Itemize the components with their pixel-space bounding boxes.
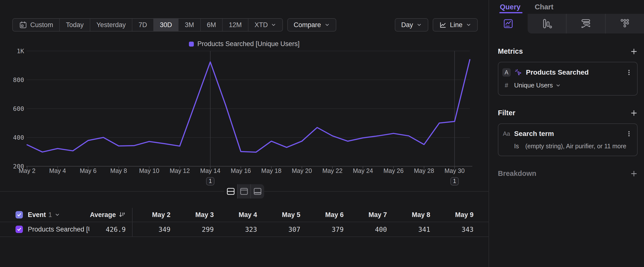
date-range-30d[interactable]: 30D <box>154 19 179 31</box>
filter-values[interactable]: (empty string), Air purifier, or 11 more <box>525 143 626 150</box>
date-value-cell: 379 <box>306 222 349 236</box>
add-filter-button[interactable] <box>630 109 638 117</box>
date-range-segmented-control: CustomTodayYesterday7D30D3M6M12MXTD <box>12 18 283 32</box>
plus-icon <box>630 170 638 177</box>
metric-card[interactable]: A Products Searched # Unique Users <box>498 62 638 96</box>
split-view-button[interactable] <box>224 184 238 198</box>
series-line <box>27 60 470 152</box>
series-name[interactable]: Products Searched [Un... <box>28 222 89 236</box>
filter-options-kebab-icon[interactable] <box>625 130 633 137</box>
svg-text:1: 1 <box>208 178 212 184</box>
results-table: Event 1 Average May 2May 3May 4May 5May … <box>0 208 488 237</box>
chart-type-button[interactable]: Line <box>433 18 478 32</box>
event-column-header[interactable]: Event 1 <box>28 208 89 222</box>
date-value-cell: 299 <box>176 222 219 236</box>
x-axis-tick-label: May 26 <box>384 167 404 174</box>
layout-toggle-group <box>224 184 264 198</box>
x-axis-tick-label: May 14 <box>200 167 220 174</box>
date-column-header[interactable]: May 4 <box>219 208 262 222</box>
filter-card[interactable]: Aa Search term Is (empty string), Air pu… <box>498 123 638 156</box>
metric-name[interactable]: Products Searched <box>526 69 621 76</box>
event-count: 1 <box>48 211 52 219</box>
plus-icon <box>630 109 638 117</box>
x-axis-tick-label: May 20 <box>292 167 312 174</box>
chevron-down-icon <box>324 22 330 28</box>
table-only-view-button[interactable] <box>251 184 264 198</box>
metric-options-kebab-icon[interactable] <box>625 69 633 76</box>
add-breakdown-button[interactable] <box>630 170 638 177</box>
filter-section-header: Filter <box>498 109 638 117</box>
breakdown-section-header: Breakdown <box>498 169 638 178</box>
sidebar-tabs: Query Chart <box>489 0 644 14</box>
compare-button[interactable]: Compare <box>287 18 336 32</box>
series-checkbox[interactable] <box>16 226 23 233</box>
date-range-yesterday[interactable]: Yesterday <box>90 19 132 31</box>
date-range-custom[interactable]: Custom <box>13 19 60 31</box>
y-axis-tick-label: 600 <box>13 105 24 112</box>
average-column-header[interactable]: Average <box>89 208 132 222</box>
annotation-badge[interactable]: 1 <box>206 177 214 185</box>
analysis-tab-insights[interactable] <box>489 14 528 34</box>
date-range-label: Today <box>66 21 84 29</box>
analysis-tab-funnels[interactable] <box>528 14 566 34</box>
granularity-label: Day <box>401 21 413 29</box>
y-axis-tick-label: 800 <box>13 76 24 84</box>
date-column-header[interactable]: May 6 <box>306 208 349 222</box>
chart-type-label: Line <box>450 21 462 29</box>
x-axis-tick-label: May 24 <box>353 167 373 174</box>
insights-report-app: CustomTodayYesterday7D30D3M6M12MXTD Comp… <box>0 0 644 267</box>
date-range-7d[interactable]: 7D <box>132 19 154 31</box>
x-axis-tick-label: May 28 <box>414 167 434 174</box>
compare-label: Compare <box>294 21 321 29</box>
query-builder-sidebar: Query Chart Metrics A Products Searched <box>488 0 644 267</box>
sort-descending-icon <box>118 211 126 218</box>
chart-only-view-button[interactable] <box>238 184 251 198</box>
date-range-label: 3M <box>185 21 194 29</box>
x-axis-tick-label: May 18 <box>261 167 282 174</box>
date-range-label: 7D <box>138 21 147 29</box>
x-axis-tick-label: May 4 <box>49 167 66 174</box>
date-column-header[interactable]: May 2 <box>132 208 176 222</box>
tab-chart[interactable]: Chart <box>535 0 554 14</box>
date-column-header[interactable]: May 3 <box>176 208 219 222</box>
date-range-label: Yesterday <box>96 21 126 29</box>
date-column-header[interactable]: May 8 <box>392 208 436 222</box>
chevron-down-icon <box>54 212 60 217</box>
date-range-12m[interactable]: 12M <box>222 19 248 31</box>
filter-property-name[interactable]: Search term <box>514 130 621 138</box>
date-range-3m[interactable]: 3M <box>178 19 201 31</box>
date-range-xtd[interactable]: XTD <box>248 19 282 31</box>
date-column-header[interactable]: May 9 <box>436 208 479 222</box>
chart-controls: Day Line <box>395 18 478 32</box>
date-range-label: XTD <box>254 21 268 29</box>
flows-icon <box>580 18 591 29</box>
date-column-headers: May 2May 3May 4May 5May 6May 7May 8May 9 <box>132 208 479 222</box>
add-metric-button[interactable] <box>630 48 638 55</box>
analysis-tab-flows[interactable] <box>566 14 605 34</box>
aggregation-hash-icon: # <box>502 82 511 89</box>
analysis-tab-retention[interactable] <box>605 14 644 34</box>
date-value-cell: 343 <box>436 222 479 236</box>
aggregation-selector[interactable]: Unique Users <box>514 82 561 89</box>
tab-query[interactable]: Query <box>500 0 520 14</box>
retention-icon <box>619 18 630 29</box>
date-value-cell: 323 <box>219 222 262 236</box>
date-column-header[interactable]: May 7 <box>349 208 392 222</box>
legend-swatch[interactable] <box>189 42 194 47</box>
x-axis-tick-label: May 12 <box>170 167 190 174</box>
report-main-panel: CustomTodayYesterday7D30D3M6M12MXTD Comp… <box>0 0 488 267</box>
granularity-button[interactable]: Day <box>395 18 428 32</box>
date-range-6m[interactable]: 6M <box>201 19 223 31</box>
x-axis-tick-label: May 6 <box>80 167 96 174</box>
date-range-label: 6M <box>207 21 216 29</box>
date-range-today[interactable]: Today <box>60 19 90 31</box>
x-axis-tick-label: May 8 <box>110 167 127 174</box>
chevron-down-icon <box>556 83 561 88</box>
x-axis-tick-label: May 2 <box>19 167 36 174</box>
annotation-badge[interactable]: 1 <box>451 177 458 185</box>
date-column-header[interactable]: May 5 <box>262 208 306 222</box>
x-axis-tick-label: May 22 <box>322 167 342 174</box>
select-all-checkbox[interactable] <box>16 211 23 218</box>
filter-operator[interactable]: Is <box>514 143 519 150</box>
date-value-cell: 400 <box>349 222 392 236</box>
